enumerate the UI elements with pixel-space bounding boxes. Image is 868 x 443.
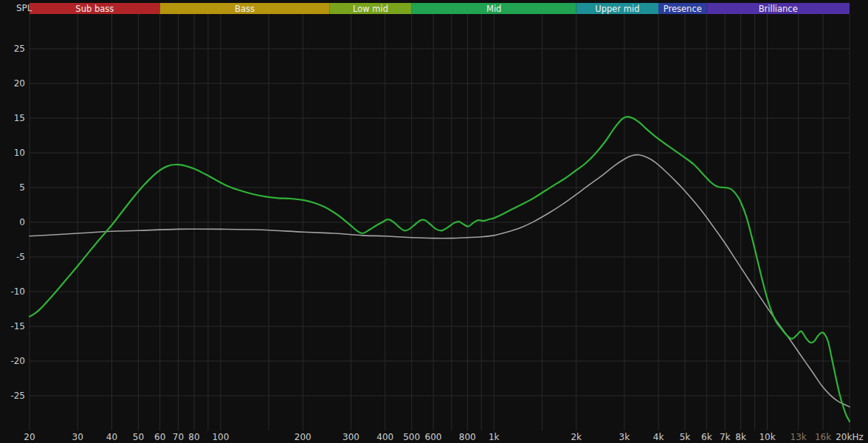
spl-axis-title: SPL	[16, 3, 32, 13]
x-tick-label: 70	[173, 432, 184, 442]
y-tick-label: 20	[14, 78, 25, 89]
frequency-response-chart: Sub bassBassLow midMidUpper midPresenceB…	[0, 0, 868, 443]
x-tick-label: 6k	[701, 432, 712, 442]
x-tick-label: 8k	[735, 432, 746, 442]
y-tick-label: -20	[10, 356, 25, 366]
band-label: Presence	[664, 4, 702, 14]
y-tick-label: -10	[10, 286, 25, 297]
series-group	[30, 117, 850, 422]
x-tick-label: 5k	[680, 432, 691, 442]
x-tick-label: 2k	[571, 432, 582, 442]
y-tick-label: -15	[10, 321, 25, 332]
y-tick-label: 15	[14, 113, 25, 123]
x-tick-label: 4k	[653, 432, 664, 442]
x-tick-label: 60	[154, 432, 165, 442]
y-tick-label: 5	[19, 182, 25, 193]
band-label: Brilliance	[759, 4, 798, 14]
x-tick-label: 800	[459, 432, 476, 442]
band-label: Low mid	[353, 4, 388, 14]
frequency-band-row: Sub bassBassLow midMidUpper midPresenceB…	[30, 3, 850, 14]
x-tick-label: 20	[24, 432, 35, 442]
x-tick-label: 10k	[759, 432, 775, 442]
y-tick-label: 10	[14, 148, 25, 158]
x-tick-label: 3k	[619, 432, 630, 442]
x-tick-label: 300	[342, 432, 359, 442]
x-tick-label: 1k	[489, 432, 500, 442]
x-tick-label: 20kHz	[836, 432, 864, 442]
x-tick-label: 30	[72, 432, 83, 442]
x-tick-label: 50	[133, 432, 144, 442]
y-tick-label: -25	[10, 391, 25, 401]
x-tick-label: 13k	[790, 432, 807, 442]
x-tick-label: 7k	[720, 432, 731, 442]
x-tick-label: 16k	[815, 432, 831, 442]
band-label: Mid	[486, 4, 501, 14]
band-label: Upper mid	[595, 4, 639, 14]
series-target	[30, 155, 850, 407]
chart-svg: Sub bassBassLow midMidUpper midPresenceB…	[0, 0, 868, 443]
x-tick-label: 200	[294, 432, 311, 442]
x-tick-label: 400	[376, 432, 393, 442]
grid	[30, 14, 850, 430]
x-tick-label: 500	[403, 432, 420, 442]
band-label: Bass	[235, 4, 255, 14]
y-tick-label: 0	[19, 217, 25, 227]
x-tick-label: 600	[425, 432, 442, 442]
x-tick-label: 100	[212, 432, 229, 442]
x-tick-label: 80	[188, 432, 199, 442]
y-tick-label: 25	[14, 44, 25, 54]
x-tick-label: 40	[106, 432, 117, 442]
series-measurement	[30, 117, 850, 422]
band-label: Sub bass	[75, 4, 114, 14]
y-tick-label: -5	[16, 252, 25, 262]
